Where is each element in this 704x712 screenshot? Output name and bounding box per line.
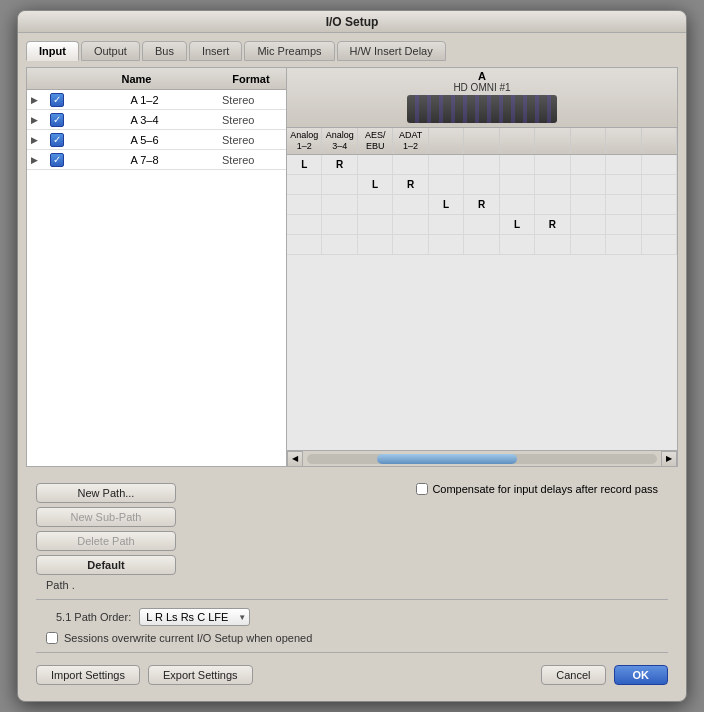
tab-output[interactable]: Output (81, 41, 140, 61)
grid-cell-1-0[interactable] (287, 174, 322, 194)
col-header-adat-12: ADAT1–2 (393, 128, 428, 154)
expand-arrow-3: ▶ (31, 155, 47, 165)
grid-cell-2-10[interactable] (642, 194, 677, 214)
import-settings-button[interactable]: Import Settings (36, 665, 140, 685)
grid-cell-3-7[interactable]: R (535, 214, 570, 234)
col-header-8 (535, 128, 570, 154)
tab-input[interactable]: Input (26, 41, 79, 61)
grid-cell-0-4[interactable] (429, 155, 464, 175)
grid-cell-1-5[interactable] (464, 174, 499, 194)
scrollbar-track[interactable] (307, 454, 657, 464)
grid-cell-1-4[interactable] (429, 174, 464, 194)
grid-cell-2-5[interactable]: R (464, 194, 499, 214)
scroll-right-arrow[interactable]: ▶ (661, 451, 677, 467)
export-settings-button[interactable]: Export Settings (148, 665, 253, 685)
list-item[interactable]: ▶ ✓ A 7–8 Stereo (27, 150, 286, 170)
new-path-button[interactable]: New Path... (36, 483, 176, 503)
col-header-analog-12: Analog1–2 (287, 128, 322, 154)
grid-cell-3-6[interactable]: L (500, 214, 535, 234)
grid-cell-0-6[interactable] (500, 155, 535, 175)
grid-cell-0-10[interactable] (642, 155, 677, 175)
grid-cell-3-8[interactable] (571, 214, 606, 234)
grid-cell-2-9[interactable] (606, 194, 641, 214)
grid-cell-3-3[interactable] (393, 214, 428, 234)
ok-button[interactable]: OK (614, 665, 669, 685)
io-setup-window: I/O Setup Input Output Bus Insert Mic Pr… (17, 10, 687, 702)
path-format-1: Stereo (222, 114, 282, 126)
col-header-5 (429, 128, 464, 154)
grid-cell-3-10[interactable] (642, 214, 677, 234)
grid-cell-1-9[interactable] (606, 174, 641, 194)
grid-cell-0-7[interactable] (535, 155, 570, 175)
left-panel: Name Format ▶ ✓ A 1–2 Stereo (27, 68, 287, 466)
default-button[interactable]: Default (36, 555, 176, 575)
path-list: ▶ ✓ A 1–2 Stereo ▶ ✓ A 3–4 (27, 90, 286, 466)
grid-cell-1-6[interactable] (500, 174, 535, 194)
grid-cell-0-9[interactable] (606, 155, 641, 175)
grid-cell-1-2[interactable]: L (358, 174, 393, 194)
checkbox-area-1[interactable]: ✓ (47, 113, 67, 127)
grid-cell-0-3[interactable] (393, 155, 428, 175)
grid-cell-2-4[interactable]: L (429, 194, 464, 214)
expand-arrow-2: ▶ (31, 135, 47, 145)
path-name-1: A 3–4 (67, 114, 222, 126)
grid-cell-3-9[interactable] (606, 214, 641, 234)
grid-cell-1-7[interactable] (535, 174, 570, 194)
scroll-left-arrow[interactable]: ◀ (287, 451, 303, 467)
tab-insert[interactable]: Insert (189, 41, 243, 61)
grid-cell-2-1[interactable] (322, 194, 357, 214)
path-format-0: Stereo (222, 94, 282, 106)
col-header-11 (642, 128, 677, 154)
tab-bar: Input Output Bus Insert Mic Preamps H/W … (26, 41, 678, 61)
compensate-checkbox-label[interactable]: Compensate for input delays after record… (416, 483, 658, 495)
grid-cell-2-6[interactable] (500, 194, 535, 214)
grid-cell-0-0[interactable]: L (287, 155, 322, 175)
grid-cell-1-10[interactable] (642, 174, 677, 194)
grid-cell-2-0[interactable] (287, 194, 322, 214)
checkbox-area-0[interactable]: ✓ (47, 93, 67, 107)
sessions-checkbox[interactable] (46, 632, 58, 644)
compensate-checkbox[interactable] (416, 483, 428, 495)
grid-cell-0-5[interactable] (464, 155, 499, 175)
grid-cell-2-2[interactable] (358, 194, 393, 214)
grid-row-0: L R (287, 155, 677, 175)
grid-cell-1-1[interactable] (322, 174, 357, 194)
col-header-6 (464, 128, 499, 154)
grid-cell-3-2[interactable] (358, 214, 393, 234)
path-order-select[interactable]: L R Ls Rs C LFE (139, 608, 250, 626)
grid-cell-0-1[interactable]: R (322, 155, 357, 175)
scrollbar-thumb[interactable] (377, 454, 517, 464)
grid-cell-2-7[interactable] (535, 194, 570, 214)
grid-cell-3-4[interactable] (429, 214, 464, 234)
compensate-label: Compensate for input delays after record… (432, 483, 658, 495)
right-options: Compensate for input delays after record… (176, 483, 668, 495)
list-item[interactable]: ▶ ✓ A 1–2 Stereo (27, 90, 286, 110)
grid-cell-0-2[interactable] (358, 155, 393, 175)
titlebar: I/O Setup (18, 11, 686, 33)
grid-row-2: L R (287, 195, 677, 215)
grid-cell-2-3[interactable] (393, 194, 428, 214)
grid-cell-3-0[interactable] (287, 214, 322, 234)
footer-left-buttons: Import Settings Export Settings (36, 665, 253, 685)
grid-cell-2-8[interactable] (571, 194, 606, 214)
list-item[interactable]: ▶ ✓ A 5–6 Stereo (27, 130, 286, 150)
grid-cell-1-8[interactable] (571, 174, 606, 194)
divider-1 (36, 599, 668, 600)
horizontal-scrollbar[interactable]: ◀ ▶ (287, 450, 677, 466)
tab-hw-insert-delay[interactable]: H/W Insert Delay (337, 41, 446, 61)
grid-cell-3-5[interactable] (464, 214, 499, 234)
grid-cell-1-3[interactable]: R (393, 174, 428, 194)
grid-cell-3-1[interactable] (322, 214, 357, 234)
tab-bus[interactable]: Bus (142, 41, 187, 61)
checkbox-area-3[interactable]: ✓ (47, 153, 67, 167)
delete-path-button[interactable]: Delete Path (36, 531, 176, 551)
tab-mic-preamps[interactable]: Mic Preamps (244, 41, 334, 61)
sessions-label: Sessions overwrite current I/O Setup whe… (64, 632, 312, 644)
cancel-button[interactable]: Cancel (541, 665, 605, 685)
checkbox-area-2[interactable]: ✓ (47, 133, 67, 147)
checkmark-0: ✓ (50, 93, 64, 107)
list-item[interactable]: ▶ ✓ A 3–4 Stereo (27, 110, 286, 130)
grid-cell-0-8[interactable] (571, 155, 606, 175)
path-order-label: 5.1 Path Order: (56, 611, 131, 623)
new-sub-path-button[interactable]: New Sub-Path (36, 507, 176, 527)
